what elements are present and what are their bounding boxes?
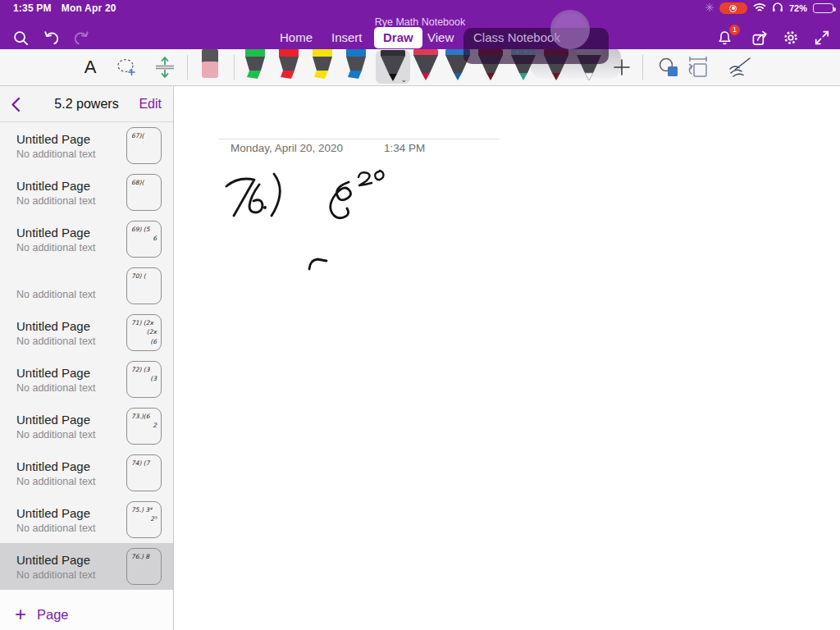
- draw-with-touch-icon[interactable]: [727, 49, 753, 85]
- page-thumbnail: 73.)(62: [126, 408, 162, 445]
- touch-pointer-indicator: [550, 10, 590, 49]
- sidebar-header: 5.2 powers Edit: [0, 86, 173, 122]
- page-list-item[interactable]: Untitled PageNo additional text75.) 3⁴2⁵: [0, 496, 173, 543]
- text-tool-button[interactable]: A: [80, 49, 100, 85]
- draw-toolbar: A ⌄: [0, 49, 840, 86]
- add-pen-button[interactable]: [611, 49, 632, 85]
- ribbon-tabs: Home Insert Draw View Class Notebook: [0, 27, 840, 49]
- tab-home[interactable]: Home: [280, 27, 313, 48]
- page-list-item[interactable]: Untitled PageNo additional text68)(: [0, 169, 173, 216]
- page-list-item[interactable]: Untitled PageNo additional text73.)(62: [0, 403, 173, 450]
- page-list-item[interactable]: Untitled PageNo additional text67)(: [0, 122, 173, 169]
- page-thumbnail: 75.) 3⁴2⁵: [126, 501, 162, 538]
- page-thumbnail: 76.) 8: [126, 548, 162, 585]
- tab-class-notebook[interactable]: Class Notebook: [473, 27, 560, 48]
- highlighter-blue[interactable]: [343, 49, 369, 85]
- page-thumbnail: 69) (56: [126, 221, 162, 258]
- pen-red[interactable]: [412, 49, 440, 85]
- eraser-tool[interactable]: [199, 49, 221, 85]
- insert-space-icon[interactable]: [154, 49, 176, 85]
- highlighter-red[interactable]: [276, 49, 302, 85]
- sidebar-bottom: + Page: [0, 590, 173, 630]
- plus-icon: +: [15, 606, 26, 623]
- selected-pen-black[interactable]: ⌄: [376, 50, 410, 84]
- tab-insert[interactable]: Insert: [331, 27, 363, 48]
- page-list-item[interactable]: Untitled PageNo additional text74) (7: [0, 450, 173, 496]
- tab-view[interactable]: View: [427, 27, 454, 48]
- tab-draw[interactable]: Draw: [374, 27, 422, 48]
- wifi-icon: [753, 1, 766, 16]
- page-thumbnail: 74) (7: [126, 454, 162, 491]
- text-tool-label: A: [84, 57, 97, 78]
- page-list: Untitled PageNo additional text67)(Untit…: [0, 122, 173, 590]
- section-title: 5.2 powers: [54, 97, 118, 112]
- page-thumbnail: 68)(: [126, 174, 162, 211]
- notebook-title: Rye Math Notebook: [0, 16, 840, 28]
- onenote-app: 1:35 PMMon Apr 20 72% Rye Math Notebook: [0, 0, 840, 630]
- page-list-item[interactable]: Untitled PageNo additional text72) (3(3: [0, 356, 173, 403]
- add-page-button[interactable]: + Page: [15, 606, 173, 623]
- battery-icon: [813, 3, 833, 13]
- highlighter-yellow[interactable]: [309, 49, 336, 85]
- edit-button[interactable]: Edit: [139, 97, 162, 112]
- page-sidebar: 5.2 powers Edit Untitled PageNo addition…: [0, 86, 174, 630]
- status-time: 1:35 PM: [13, 2, 52, 14]
- screen-recording-indicator[interactable]: [719, 2, 747, 14]
- page-thumbnail: 71) (2x(2x(6: [126, 314, 162, 351]
- page-list-item[interactable]: Untitled PageNo additional text71) (2x(2…: [0, 309, 173, 356]
- headphones-icon: [772, 1, 783, 16]
- battery-percent: 72%: [789, 3, 807, 13]
- highlighter-green[interactable]: [242, 49, 268, 85]
- ink-to-shape-icon[interactable]: [657, 49, 680, 85]
- status-bar: 1:35 PMMon Apr 20 72%: [0, 0, 840, 16]
- back-chevron-icon[interactable]: [11, 97, 21, 116]
- sparkle-icon: [705, 3, 714, 13]
- page-thumbnail: 67)(: [126, 127, 162, 164]
- page-list-item[interactable]: Untitled PageNo additional text69) (56: [0, 216, 173, 262]
- app-header: Rye Math Notebook Home Insert Draw View …: [0, 16, 840, 49]
- status-date: Mon Apr 20: [62, 2, 116, 14]
- page-list-item[interactable]: Untitled PageNo additional text76.) 8: [0, 543, 173, 590]
- page-list-item[interactable]: No additional text70) (: [0, 262, 173, 309]
- add-page-label: Page: [37, 607, 69, 623]
- handwritten-ink: [174, 86, 840, 630]
- lasso-select-icon[interactable]: [116, 49, 137, 85]
- note-canvas[interactable]: Monday, April 20, 2020 1:34 PM: [174, 86, 840, 630]
- resize-ink-icon[interactable]: [685, 49, 710, 85]
- page-thumbnail: 72) (3(3: [126, 361, 162, 398]
- chevron-down-icon: ⌄: [400, 75, 407, 84]
- page-thumbnail: 70) (: [126, 267, 162, 304]
